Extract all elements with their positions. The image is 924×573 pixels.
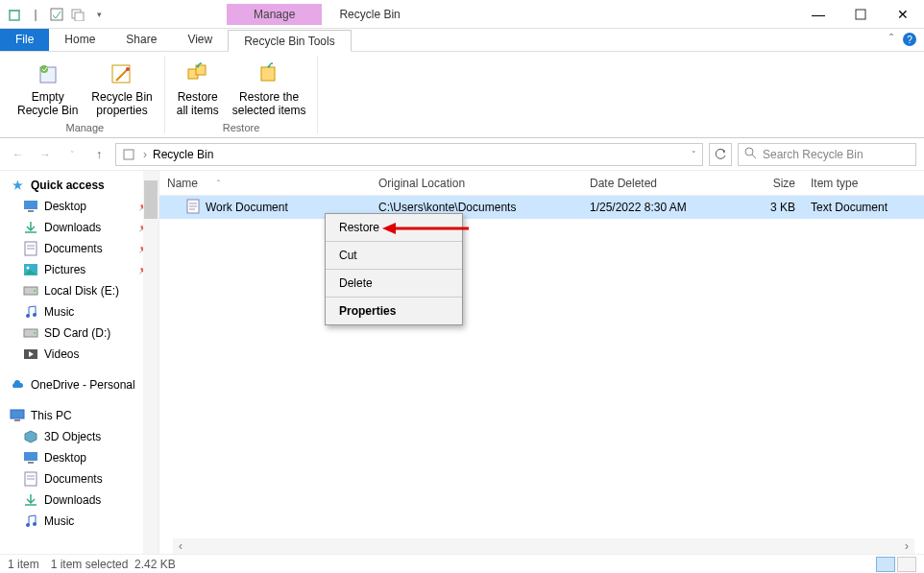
scroll-right-icon[interactable]: ›: [899, 538, 914, 554]
sidebar-quick-access[interactable]: ★ Quick access: [0, 175, 158, 196]
content-hscrollbar[interactable]: ‹ ›: [173, 538, 914, 554]
bin-props-icon: [107, 58, 137, 88]
scroll-left-icon[interactable]: ‹: [173, 538, 188, 554]
col-original-location[interactable]: Original Location: [371, 177, 582, 190]
sort-indicator-icon: ˆ: [217, 179, 220, 188]
svg-rect-28: [24, 452, 37, 461]
context-restore[interactable]: Restore: [326, 214, 462, 242]
qat-chevron-icon[interactable]: ▾: [90, 6, 108, 23]
file-tab[interactable]: File: [0, 29, 49, 51]
file-size: 3 KB: [736, 201, 803, 214]
svg-point-24: [34, 332, 36, 334]
sidebar-this-pc[interactable]: This PC: [0, 405, 158, 426]
properties-qat-icon[interactable]: [48, 6, 65, 23]
svg-point-13: [745, 148, 753, 155]
sidebar-item-pictures[interactable]: Pictures📌: [0, 259, 158, 280]
empty-bin-label: Empty Recycle Bin: [17, 90, 78, 118]
videos-icon: [23, 346, 38, 362]
restore-sel-label: Restore the selected items: [232, 90, 306, 118]
up-button[interactable]: ↑: [88, 144, 109, 165]
svg-rect-3: [75, 12, 84, 21]
search-icon: [744, 147, 757, 162]
address-bar[interactable]: › Recycle Bin ˅: [115, 143, 703, 166]
svg-rect-0: [10, 11, 19, 20]
quick-access-label: Quick access: [31, 179, 105, 192]
sidebar-item-label: SD Card (D:): [44, 326, 110, 340]
view-tab[interactable]: View: [172, 29, 228, 51]
svg-point-8: [126, 67, 130, 71]
back-button[interactable]: ←: [8, 144, 29, 165]
svg-point-20: [34, 290, 36, 292]
collapse-ribbon-icon[interactable]: ˆ: [889, 33, 893, 46]
context-cut[interactable]: Cut: [326, 242, 462, 270]
restore-selected-button[interactable]: Restore the selected items: [227, 56, 312, 120]
file-row[interactable]: Work Document C:\Users\konte\Documents 1…: [159, 196, 924, 219]
svg-rect-11: [261, 67, 275, 81]
thumbnails-view-button[interactable]: [897, 557, 916, 572]
context-properties[interactable]: Properties: [326, 298, 462, 324]
svg-rect-4: [856, 10, 865, 19]
minimize-button[interactable]: —: [797, 0, 839, 29]
restore-all-button[interactable]: Restore all items: [171, 56, 225, 120]
recycle-bin-tools-tab[interactable]: Recycle Bin Tools: [228, 30, 352, 52]
sidebar-item-label: Desktop: [44, 451, 86, 465]
sidebar-item-label: Documents: [44, 472, 103, 486]
svg-rect-15: [28, 210, 34, 212]
sidebar-pc-downloads[interactable]: Downloads: [0, 489, 158, 511]
address-history-dropdown[interactable]: ˅: [692, 150, 696, 159]
details-view-button[interactable]: [876, 557, 895, 572]
search-input[interactable]: Search Recycle Bin: [738, 143, 916, 166]
qat-divider: |: [27, 6, 44, 23]
sidebar-item-label: Pictures: [44, 263, 85, 276]
window-title: Recycle Bin: [339, 8, 400, 21]
sidebar-onedrive[interactable]: OneDrive - Personal: [0, 374, 158, 395]
sidebar-pc-music[interactable]: Music: [0, 511, 158, 532]
sidebar-item-downloads[interactable]: Downloads📌: [0, 217, 158, 238]
sidebar-item-label: Music: [44, 514, 74, 528]
sidebar-item-sd-card-d-[interactable]: SD Card (D:): [0, 322, 158, 344]
forward-button[interactable]: →: [35, 144, 56, 165]
maximize-button[interactable]: [839, 0, 882, 29]
sidebar-item-desktop[interactable]: Desktop📌: [0, 196, 158, 217]
qat-dropdown-icon[interactable]: [69, 6, 86, 23]
sidebar-scrollbar[interactable]: [143, 171, 158, 555]
close-button[interactable]: ✕: [882, 0, 924, 29]
manage-contextual-tab: Manage: [227, 4, 322, 25]
breadcrumb-path[interactable]: Recycle Bin: [153, 148, 213, 161]
navigation-pane: ★ Quick access Desktop📌Downloads📌Documen…: [0, 171, 159, 555]
svg-point-22: [33, 313, 36, 317]
sidebar-item-music[interactable]: Music: [0, 301, 158, 322]
sidebar-item-videos[interactable]: Videos: [0, 344, 158, 365]
recycle-bin-properties-button[interactable]: Recycle Bin properties: [85, 56, 158, 120]
help-icon[interactable]: ?: [903, 33, 916, 46]
context-delete[interactable]: Delete: [326, 270, 462, 298]
restore-sel-icon: [254, 58, 284, 88]
onedrive-label: OneDrive - Personal: [31, 378, 135, 392]
refresh-button[interactable]: [709, 143, 732, 166]
col-date-deleted[interactable]: Date Deleted: [582, 177, 736, 190]
share-tab[interactable]: Share: [110, 29, 172, 51]
breadcrumb-sep: ›: [143, 148, 147, 161]
empty-recycle-bin-button[interactable]: Empty Recycle Bin: [12, 56, 84, 120]
home-tab[interactable]: Home: [49, 29, 110, 51]
sidebar-item-label: Local Disk (E:): [44, 284, 119, 298]
col-name[interactable]: Name: [167, 177, 198, 190]
file-type: Text Document: [803, 201, 924, 214]
sidebar-pc-desktop[interactable]: Desktop: [0, 447, 158, 468]
status-item-count: 1 item: [8, 558, 39, 571]
sidebar-item-local-disk-e-[interactable]: Local Disk (E:): [0, 280, 158, 301]
pc-icon: [10, 408, 25, 423]
music-icon: [23, 304, 38, 320]
empty-bin-icon: [33, 58, 63, 88]
sidebar-pc-3d-objects[interactable]: 3D Objects: [0, 426, 158, 447]
recycle-bin-icon: [6, 6, 23, 23]
column-headers[interactable]: Nameˆ Original Location Date Deleted Siz…: [159, 171, 924, 196]
sidebar-pc-documents[interactable]: Documents: [0, 468, 158, 489]
sidebar-item-documents[interactable]: Documents📌: [0, 238, 158, 259]
svg-rect-29: [28, 462, 34, 464]
restore-all-icon: [182, 58, 213, 88]
col-item-type[interactable]: Item type: [803, 177, 924, 190]
search-placeholder: Search Recycle Bin: [763, 148, 863, 161]
recent-dropdown[interactable]: ˅: [61, 144, 83, 165]
col-size[interactable]: Size: [736, 177, 803, 190]
